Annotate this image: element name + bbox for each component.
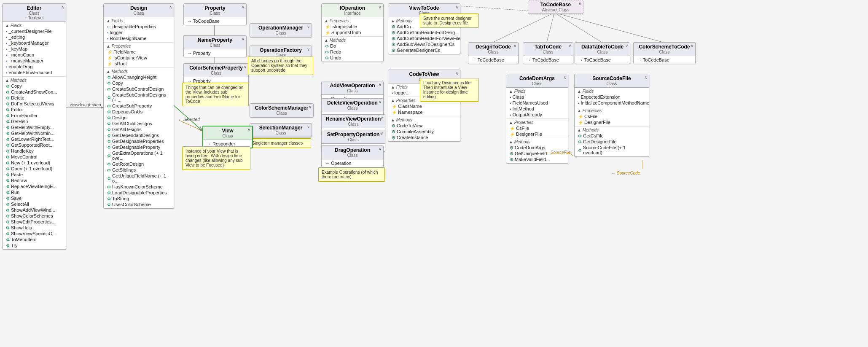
list-item: ⚡IsContainerView [105, 55, 172, 61]
operation-manager-chevron[interactable]: ∨ [307, 24, 310, 29]
design-box: ∧ Design Class ▲ Fields ▪_designableProp… [103, 3, 174, 209]
list-item: ⚙GetSiblings [105, 167, 172, 173]
editor-title: Editor [5, 5, 63, 11]
to-code-base-chevron[interactable]: ∨ [578, 1, 581, 6]
drag-operation-chevron[interactable]: ∨ [379, 147, 382, 151]
code-to-view-chevron[interactable]: ∧ [455, 71, 458, 75]
list-item: ⚙CodeToView [390, 123, 458, 129]
list-item: ▪enableDrag [4, 64, 64, 70]
list-item: ⚙Open (+ 1 overload) [4, 166, 64, 172]
view-box: ∨ View Class → Responder [202, 126, 253, 148]
view-chevron[interactable]: ∨ [247, 127, 250, 132]
tab-to-code-header: ∨ TabToCode Class [523, 43, 573, 56]
view-to-code-chevron[interactable]: ∧ [455, 5, 458, 9]
design-fields-section: ▲ Fields ▪_designableProperties ▪logger … [104, 17, 174, 43]
design-to-code-chevron[interactable]: ∨ [513, 43, 516, 48]
list-item: ⚙Redo [323, 49, 382, 55]
list-item: ▪Class [508, 94, 566, 100]
list-item: ▪OutputAlready [508, 112, 566, 118]
list-item: ⚡CsFile [576, 113, 647, 119]
to-code-base-subtitle: Abstract Class [531, 8, 580, 12]
list-item: ⚙SelectAll [4, 201, 64, 207]
code-to-view-methods-section: ▲ Methods ⚙CodeToView ⚙CompileAssembly ⚙… [388, 116, 460, 141]
list-item: → ToCodeBase [635, 57, 693, 63]
color-scheme-property-header: ∨ ColorSchemeProperty Class [184, 64, 248, 77]
source-code-file-box: ∧ SourceCodeFile Class ▲ Fields ▪Expecte… [574, 74, 649, 157]
list-item: ⚙ShowHelp [4, 225, 64, 231]
rename-view-operation-chevron[interactable]: ∨ [380, 116, 383, 120]
design-chevron[interactable]: ∧ [169, 5, 172, 9]
name-property-chevron[interactable]: ∨ [242, 37, 245, 41]
add-view-operation-chevron[interactable]: ∨ [379, 82, 382, 87]
data-table-to-code-chevron[interactable]: ∨ [625, 43, 628, 48]
operation-manager-title: OperationManager [253, 25, 309, 31]
view-to-code-box: ∧ ViewToCode Class ▲ Methods ⚙AddCo... ⚙… [388, 3, 460, 54]
name-property-subtitle: Class [186, 43, 244, 48]
list-item: → Property [185, 50, 245, 56]
list-item: ⚙GetHelpWithEmpty... [4, 124, 64, 130]
tab-to-code-chevron[interactable]: ∨ [568, 43, 571, 48]
source-code-file-chevron[interactable]: ∧ [644, 75, 647, 80]
list-item: ⚙GetHelp [4, 118, 64, 124]
design-props-section: ▲ Properties ⚡FieldName ⚡IsContainerView… [104, 43, 174, 68]
list-item: ▪InitMethod [508, 106, 566, 112]
ioperation-chevron[interactable]: ∧ [379, 5, 382, 9]
list-item: ⚡SupportsUndo [323, 30, 382, 35]
view-title: View [206, 128, 250, 134]
list-item: ⚙AddCustomHeaderForViewFile [390, 35, 458, 41]
list-item: ⚙CompileAssembly [390, 129, 458, 134]
svg-line-5 [554, 13, 602, 42]
list-item: ▪_editing [4, 34, 64, 40]
to-code-base-title: ToCodeBase [531, 2, 580, 8]
drag-operation-inherit-section: → Operation [322, 159, 383, 167]
set-property-operation-title: SetPropertyOperation [324, 132, 382, 137]
note-example-operations: Example Operations (of which there are m… [318, 167, 385, 182]
design-subtitle: Class [106, 11, 171, 16]
color-scheme-property-chevron[interactable]: ∨ [244, 65, 247, 69]
ioperation-box: ∧ IOperation Interface ▲ Properties ⚡IsI… [321, 3, 384, 62]
design-to-code-header: ∨ DesignToCode Class [468, 43, 518, 56]
list-item: ⚙Delete [4, 95, 64, 101]
data-table-to-code-title: DataTableToCode [578, 44, 627, 50]
set-property-operation-chevron[interactable]: ∨ [380, 131, 383, 136]
list-item: ▪FieldNamesUsed [508, 100, 566, 106]
rename-view-operation-header: ∨ RenameViewOperation Class [322, 115, 385, 128]
operation-factory-chevron[interactable]: ∨ [307, 47, 310, 51]
tab-to-code-title: TabToCode [526, 44, 570, 50]
list-item: ▪_designableProperties [105, 24, 172, 30]
list-item: ⚙CreateSubControlDesign [105, 86, 172, 92]
property-box: ∨ Property Class → ToCodeBase [183, 3, 247, 25]
list-item: ⚙AddCustomHeaderForDesig... [390, 30, 458, 35]
list-item: ⚙GetAllChildDesigns [105, 121, 172, 126]
name-property-inherit-section: → Property [184, 49, 246, 57]
list-item: ⚙GetCsFile [576, 133, 647, 139]
source-code-file-header: ∧ SourceCodeFile Class [575, 74, 649, 88]
property-chevron[interactable]: ∨ [242, 5, 245, 9]
code-dom-args-subtitle: Class [509, 81, 565, 86]
source-code-file-props-section: ▲ Properties ⚡CsFile ⚡DesignerFile [575, 107, 649, 126]
list-item: ⚙ToMenuItem [4, 237, 64, 242]
code-dom-args-chevron[interactable]: ∧ [563, 75, 566, 80]
list-item: ⚙New (+ 1 overload) [4, 160, 64, 166]
list-item: ⚙Redraw [4, 178, 64, 183]
editor-chevron[interactable]: ∧ [61, 5, 64, 9]
add-view-operation-title: AddViewOperation [324, 83, 381, 89]
code-dom-args-fields-section: ▲ Fields ▪Class ▪FieldNamesUsed ▪InitMet… [506, 88, 568, 119]
list-item: ⚙SourceCodeFile (+ 1 overload) [576, 145, 647, 156]
delete-view-operation-chevron[interactable]: ∨ [379, 100, 382, 104]
rename-view-operation-title: RenameViewOperation [324, 116, 382, 122]
add-view-operation-header: ∨ AddViewOperation Class [322, 81, 383, 95]
selection-manager-chevron[interactable]: ∨ [307, 124, 310, 129]
list-item: ▪_mouseManager [4, 58, 64, 64]
list-item: ⚙GenerateDesignerCs [390, 47, 458, 53]
list-item: ⚙GetDependantDesigns [105, 132, 172, 138]
color-scheme-manager-chevron[interactable]: ∨ [309, 105, 312, 109]
color-scheme-manager-box: ∨ ColorSchemeManager Class [250, 103, 314, 118]
color-scheme-to-code-chevron[interactable]: ∨ [691, 43, 693, 48]
design-methods-section: ▲ Methods ⚙AllowChangingHeight ⚙Copy ⚙Cr… [104, 68, 174, 208]
list-item: → ToCodeBase [525, 57, 571, 63]
list-item: ▪_keyboardManager [4, 40, 64, 46]
color-scheme-to-code-header: ∨ ColorSchemeToCode Class [634, 43, 695, 56]
list-item: ⚡CsFile [508, 125, 566, 131]
property-header: ∨ Property Class [184, 4, 246, 17]
